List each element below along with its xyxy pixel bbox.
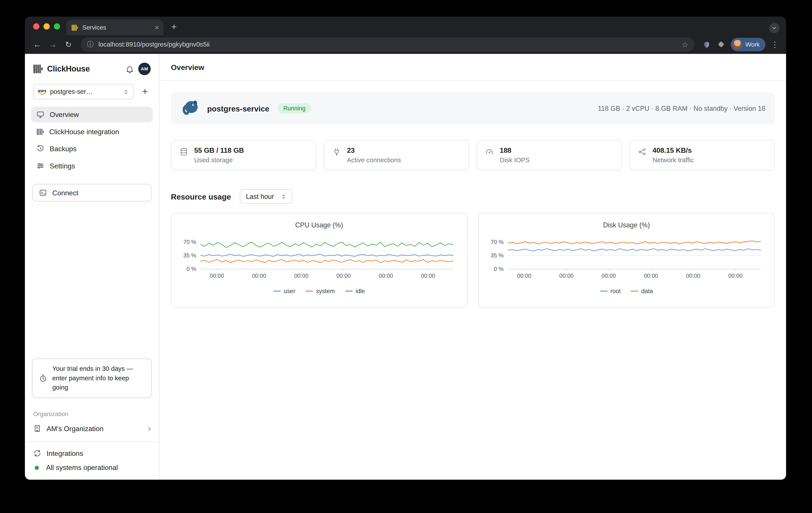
bars-icon (36, 128, 44, 136)
service-meta: 118 GB · 2 vCPU · 8 GB RAM · No standby … (598, 105, 765, 112)
time-range-value: Last hour (246, 193, 274, 200)
postgres-logo (180, 98, 200, 118)
time-range-select[interactable]: Last hour (240, 189, 292, 204)
shield-extension-icon[interactable] (700, 38, 713, 51)
desktop-background: Services × + ← → ↻ ⓘ localhost:8910/post… (0, 0, 812, 513)
sidebar-item-clickhouse-integration[interactable]: ClickHouse integration (31, 124, 153, 139)
organization-row[interactable]: AM's Organization › (33, 424, 151, 433)
stat-value: 55 GB / 118 GB (194, 147, 244, 154)
sidebar-item-settings[interactable]: Settings (31, 158, 153, 173)
stat-card-connections: 23 Active connections (324, 140, 469, 170)
browser-toolbar: ← → ↻ ⓘ localhost:8910/postgres/pgkybgnv… (25, 35, 786, 54)
address-bar[interactable]: ⓘ localhost:8910/postgres/pgkybgnv0s5ii … (81, 37, 695, 52)
x-axis-tick-label: 00:00 (728, 273, 743, 279)
y-axis-tick-label: 70 % (491, 238, 504, 245)
connect-button[interactable]: Connect (32, 184, 152, 202)
extensions-puzzle-icon[interactable] (714, 38, 728, 51)
browser-tab-services[interactable]: Services × (66, 20, 164, 35)
resource-usage-title: Resource usage (171, 192, 231, 201)
fullscreen-window-button[interactable] (54, 23, 60, 30)
x-axis-tick-label: 00:00 (252, 273, 266, 279)
x-axis-tick-label: 00:00 (644, 273, 658, 279)
chart-title: Disk Usage (%) (479, 221, 774, 229)
back-button[interactable]: ← (30, 37, 45, 52)
legend-swatch (600, 291, 607, 292)
x-axis-tick (651, 269, 651, 270)
legend-label: data (641, 288, 653, 294)
close-window-button[interactable] (33, 23, 39, 30)
x-axis-tick-label: 00:00 (517, 273, 531, 279)
x-axis-tick (567, 269, 567, 270)
plug-icon (332, 148, 341, 156)
cpu-usage-chart-card: CPU Usage (%) 70 %35 %0 % 00:0000:0000:0… (171, 213, 467, 308)
legend-label: root (610, 288, 621, 294)
series-line-data (508, 241, 761, 244)
x-axis-tick (693, 269, 694, 270)
user-avatar[interactable]: AM (138, 63, 151, 75)
stat-value: 408.15 KB/s (652, 147, 694, 154)
page-header: Overview (160, 54, 786, 81)
stat-label: Active connections (347, 156, 401, 164)
status-text: All systems operational (46, 464, 118, 472)
browser-menu-icon[interactable]: ⋮ (768, 40, 781, 49)
chart-series-svg (200, 238, 453, 269)
monitor-icon (36, 110, 45, 119)
reload-button[interactable]: ↻ (61, 37, 76, 52)
system-status-row[interactable]: All systems operational (33, 464, 151, 472)
forward-button[interactable]: → (46, 37, 60, 52)
x-axis-tick (524, 269, 525, 270)
stat-card-storage: 55 GB / 118 GB Used storage (171, 140, 316, 170)
sidebar-header: ClickHouse AM (25, 54, 159, 80)
service-selector[interactable]: aws postgres-ser… (33, 84, 134, 99)
chart-series-svg (508, 238, 761, 269)
tab-close-icon[interactable]: × (155, 24, 159, 31)
organization-name: AM's Organization (47, 425, 143, 432)
url-text[interactable]: localhost:8910/postgres/pgkybgnv0s5ii (98, 41, 210, 48)
clickhouse-logo (33, 64, 43, 74)
x-axis-labels: 00:0000:0000:0000:0000:0000:00 (508, 273, 761, 280)
legend-swatch (345, 291, 353, 292)
notifications-bell-icon[interactable] (125, 64, 134, 73)
bookmark-star-icon[interactable]: ☆ (682, 40, 688, 49)
site-info-icon[interactable]: ⓘ (87, 40, 94, 49)
x-axis-tick-label: 00:00 (686, 273, 700, 279)
y-axis-tick-label: 0 % (186, 266, 196, 272)
window-controls (33, 23, 60, 30)
x-axis-tick-label: 00:00 (337, 273, 351, 279)
legend-item: system (306, 288, 335, 294)
x-axis-tick (428, 269, 429, 270)
legend-item: data (631, 288, 653, 294)
backup-history-icon (36, 145, 45, 153)
select-updown-icon (280, 193, 287, 200)
new-tab-button[interactable]: + (167, 20, 181, 34)
chart-legend: usersystemidle (171, 288, 467, 294)
profile-name: Work (745, 41, 760, 48)
stat-card-network: 408.15 KB/s Network traffic (629, 140, 775, 170)
x-axis-tick-label: 00:00 (294, 273, 309, 279)
legend-label: system (316, 288, 335, 294)
legend-swatch (306, 291, 313, 292)
x-axis-tick-label: 00:00 (602, 273, 616, 279)
service-hero-card: postgres-service Running 118 GB · 2 vCPU… (171, 92, 775, 124)
organization-section: Organization AM's Organization › (25, 404, 159, 441)
sidebar-item-overview[interactable]: Overview (31, 107, 153, 122)
network-icon (638, 148, 646, 156)
stat-label: Used storage (194, 156, 244, 164)
chart-gridline (508, 269, 761, 269)
x-axis-tick (344, 269, 344, 270)
service-selector-value: postgres-ser… (50, 88, 119, 95)
tab-search-button[interactable] (769, 23, 779, 33)
sidebar-footer: Integrations All systems operational (25, 441, 159, 480)
x-axis-tick-label: 00:00 (379, 273, 393, 279)
integrations-link[interactable]: Integrations (33, 449, 151, 458)
add-service-button[interactable]: + (139, 86, 151, 97)
cpu-chart-plot: 70 %35 %0 % (200, 238, 453, 269)
browser-profile-chip[interactable]: Work (731, 38, 765, 51)
x-axis-tick (386, 269, 386, 270)
trial-notice-text: Your trial ends in 30 days — enter payme… (52, 364, 145, 392)
y-axis-tick-label: 0 % (494, 266, 504, 272)
sidebar-item-backups[interactable]: Backups (31, 141, 153, 156)
minimize-window-button[interactable] (44, 23, 50, 30)
legend-label: idle (356, 288, 365, 294)
chevron-right-icon: › (148, 424, 151, 433)
